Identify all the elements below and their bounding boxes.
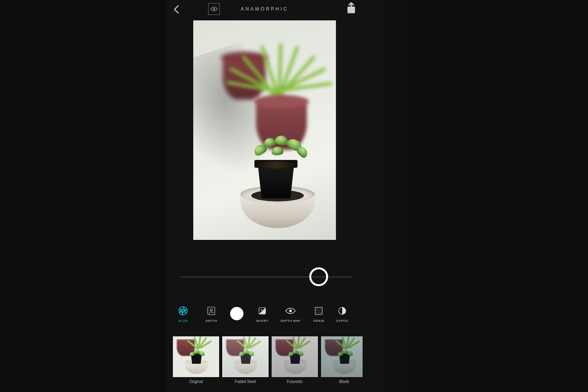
app-screen: ANAMORPHIC [167, 0, 363, 392]
filter-original[interactable]: Original [173, 336, 219, 391]
filter-thumbnail [321, 336, 367, 377]
letterbox-right [363, 0, 425, 392]
photo-jade-plant [252, 133, 311, 169]
svg-point-4 [210, 309, 212, 311]
svg-point-10 [318, 308, 319, 309]
tool-depth-map[interactable]: DEPTH MAP [276, 305, 305, 323]
tool-label: BLUR [169, 319, 197, 323]
svg-point-20 [321, 313, 322, 314]
exposure-icon [338, 306, 347, 316]
svg-point-9 [316, 309, 317, 309]
svg-point-12 [321, 308, 321, 309]
photo-canvas[interactable] [193, 20, 336, 240]
tool-label: EXPOS [333, 319, 352, 323]
svg-point-11 [319, 309, 320, 309]
share-icon [346, 2, 356, 14]
intensity-slider[interactable] [181, 267, 352, 287]
filter-thumbnail [272, 336, 318, 377]
tool-grain[interactable]: GRAIN [305, 305, 333, 323]
filter-thumbnail [173, 336, 219, 377]
invert-icon [258, 306, 267, 316]
tool-row: BLUR DEPTH INVERT DEPTH MAP GRAIN EXPO [167, 298, 363, 329]
app-title: ANAMORPHIC [167, 6, 363, 12]
filter-label: Blade [321, 379, 367, 384]
filter-label: Original [173, 379, 219, 384]
svg-point-14 [318, 310, 318, 310]
svg-point-13 [316, 310, 317, 311]
svg-point-18 [318, 312, 319, 313]
aperture-icon [178, 306, 188, 316]
filter-strip[interactable]: Original Faded Steel [167, 336, 369, 391]
tool-label: INVERT [248, 319, 276, 323]
eye-icon [285, 307, 296, 314]
tool-exposure[interactable]: EXPOS [333, 305, 352, 323]
tool-label: DEPTH [197, 319, 225, 323]
filter-label: Futuristic [272, 379, 318, 384]
tool-invert[interactable]: INVERT [248, 305, 276, 323]
svg-point-15 [319, 310, 320, 311]
tool-blur[interactable]: BLUR [169, 305, 197, 323]
svg-point-16 [321, 310, 321, 311]
tool-depth[interactable]: DEPTH [197, 305, 225, 323]
grain-icon [314, 306, 323, 316]
circle-icon [230, 307, 243, 320]
top-bar: ANAMORPHIC [167, 2, 363, 18]
tool-label: DEPTH MAP [276, 319, 305, 323]
filter-label: Faded Steel [222, 379, 269, 384]
svg-point-19 [320, 312, 321, 313]
svg-rect-3 [208, 307, 215, 315]
shutter-button[interactable] [225, 307, 248, 320]
svg-point-7 [289, 309, 292, 312]
portrait-icon [207, 306, 216, 316]
svg-point-6 [261, 309, 262, 310]
app-stage: ANAMORPHIC [0, 0, 588, 392]
filter-thumbnail [222, 336, 269, 377]
filter-faded-steel[interactable]: Faded Steel [222, 336, 269, 391]
share-button[interactable] [346, 2, 356, 14]
slider-thumb[interactable] [309, 267, 328, 286]
svg-point-17 [317, 312, 318, 313]
filter-blade[interactable]: Blade [321, 336, 367, 391]
tool-label: GRAIN [305, 319, 333, 323]
filter-futuristic[interactable]: Futuristic [272, 336, 318, 391]
